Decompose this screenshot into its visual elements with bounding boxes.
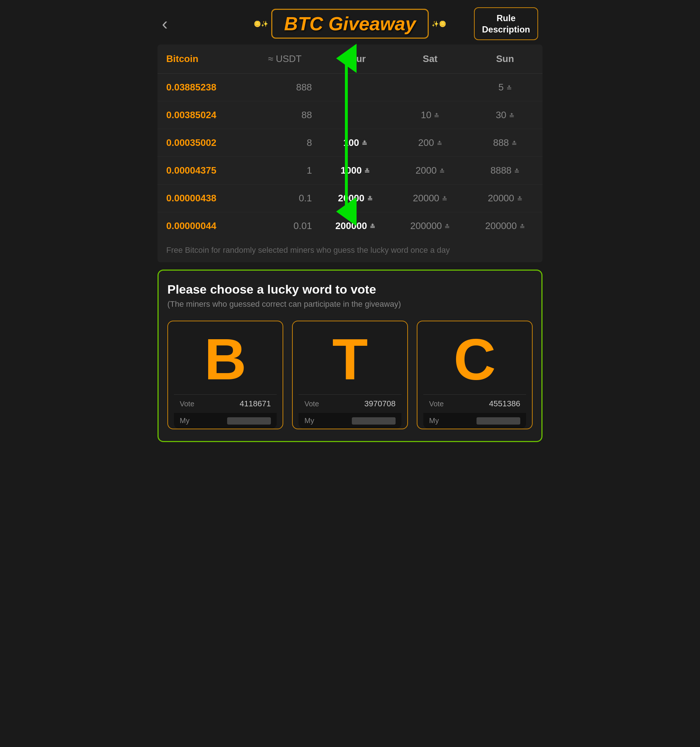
cell-usdt-0: 888	[252, 74, 318, 101]
cell-usdt-2: 8	[252, 129, 318, 157]
col-header-sat: Sat	[393, 44, 468, 74]
cell-sat-0	[393, 74, 468, 101]
vote-info-2: Vote 4551386	[423, 394, 526, 413]
rule-description-button[interactable]: Rule Description	[474, 7, 538, 40]
cell-thur-3: 1000 ≛	[318, 157, 393, 184]
vote-letter-c: C	[454, 330, 496, 389]
vote-label-0: Vote	[180, 400, 194, 408]
vote-card-c[interactable]: C Vote 4551386 My	[417, 321, 533, 429]
table-row: 0.00000044 0.01 200000 ≛ 200000 ≛ 200000…	[157, 212, 543, 240]
vote-subtitle: (The miners who guessed correct can part…	[167, 299, 533, 309]
vote-card-t[interactable]: T Vote 3970708 My	[292, 321, 408, 429]
col-header-thur: Thur	[318, 44, 393, 74]
my-label-2: My	[429, 417, 439, 425]
cell-thur-1	[318, 101, 393, 129]
col-header-usdt: ≈ USDT	[252, 44, 318, 74]
cell-sat-1: 10 ≛	[393, 101, 468, 129]
coins-decoration: 🪙✨ BTC Giveaway ✨🪙	[254, 9, 446, 39]
table-row: 0.03885238 888 5 ≛	[157, 74, 543, 101]
coin-left: 🪙✨	[254, 20, 269, 27]
title-container: 🪙✨ BTC Giveaway ✨🪙	[254, 9, 446, 39]
page-title: BTC Giveaway	[271, 9, 428, 39]
vote-label-1: Vote	[305, 400, 319, 408]
cell-bitcoin-4: 0.00000438	[157, 184, 252, 212]
my-label-0: My	[180, 417, 190, 425]
vote-count-2: 4551386	[489, 399, 520, 408]
cell-bitcoin-1: 0.00385024	[157, 101, 252, 129]
my-info-1: My	[299, 413, 401, 429]
vote-letter-t: T	[332, 330, 368, 389]
cell-usdt-4: 0.1	[252, 184, 318, 212]
vote-info-1: Vote 3970708	[299, 394, 401, 413]
cell-thur-4: 20000 ≛	[318, 184, 393, 212]
disclaimer-text: Free Bitcoin for randomly selected miner…	[157, 240, 543, 262]
vote-info-0: Vote 4118671	[174, 394, 277, 413]
cell-usdt-3: 1	[252, 157, 318, 184]
cell-thur-5: 200000 ≛	[318, 212, 393, 240]
vote-title: Please choose a lucky word to vote	[167, 282, 533, 296]
table-row: 0.00004375 1 1000 ≛ 2000 ≛ 8888 ≛	[157, 157, 543, 184]
table-row: 0.00000438 0.1 20000 ≛ 20000 ≛ 20000 ≛	[157, 184, 543, 212]
vote-label-2: Vote	[429, 400, 444, 408]
table-row: 0.00035002 8 100 ≛ 200 ≛ 888 ≛	[157, 129, 543, 157]
cell-sat-4: 20000 ≛	[393, 184, 468, 212]
prize-table: Bitcoin ≈ USDT Thur Sat Sun 0.03885238 8…	[157, 44, 543, 240]
cell-sun-5: 200000 ≛	[468, 212, 543, 240]
prize-table-section: Bitcoin ≈ USDT Thur Sat Sun 0.03885238 8…	[157, 44, 543, 262]
cell-thur-0	[318, 74, 393, 101]
vote-card-b[interactable]: B Vote 4118671 My	[167, 321, 283, 429]
col-header-bitcoin: Bitcoin	[157, 44, 252, 74]
my-info-2: My	[423, 413, 526, 429]
my-info-0: My	[174, 413, 277, 429]
cell-sat-2: 200 ≛	[393, 129, 468, 157]
vote-letter-b: B	[204, 330, 246, 389]
cell-bitcoin-0: 0.03885238	[157, 74, 252, 101]
cell-usdt-5: 0.01	[252, 212, 318, 240]
header: ‹ 🪙✨ BTC Giveaway ✨🪙 Rule Description	[153, 0, 547, 44]
table-row: 0.00385024 88 10 ≛ 30 ≛	[157, 101, 543, 129]
cell-sun-2: 888 ≛	[468, 129, 543, 157]
cell-sun-0: 5 ≛	[468, 74, 543, 101]
my-redacted-value-2	[477, 417, 520, 425]
cell-bitcoin-5: 0.00000044	[157, 212, 252, 240]
vote-count-0: 4118671	[240, 399, 271, 408]
my-redacted-value-0	[227, 417, 271, 425]
my-redacted-value-1	[352, 417, 395, 425]
back-button[interactable]: ‹	[162, 15, 168, 32]
cell-sat-3: 2000 ≛	[393, 157, 468, 184]
cell-sun-4: 20000 ≛	[468, 184, 543, 212]
coin-right: ✨🪙	[431, 20, 446, 27]
cell-usdt-1: 88	[252, 101, 318, 129]
vote-count-1: 3970708	[364, 399, 395, 408]
col-header-sun: Sun	[468, 44, 543, 74]
cell-bitcoin-2: 0.00035002	[157, 129, 252, 157]
cell-bitcoin-3: 0.00004375	[157, 157, 252, 184]
vote-section: Please choose a lucky word to vote (The …	[157, 269, 543, 442]
cell-sun-3: 8888 ≛	[468, 157, 543, 184]
cell-thur-2: 100 ≛	[318, 129, 393, 157]
vote-cards-container: B Vote 4118671 My T Vote 3970708 My C Vo…	[167, 321, 533, 429]
cell-sun-1: 30 ≛	[468, 101, 543, 129]
my-label-1: My	[305, 417, 314, 425]
table-header-row: Bitcoin ≈ USDT Thur Sat Sun	[157, 44, 543, 74]
cell-sat-5: 200000 ≛	[393, 212, 468, 240]
